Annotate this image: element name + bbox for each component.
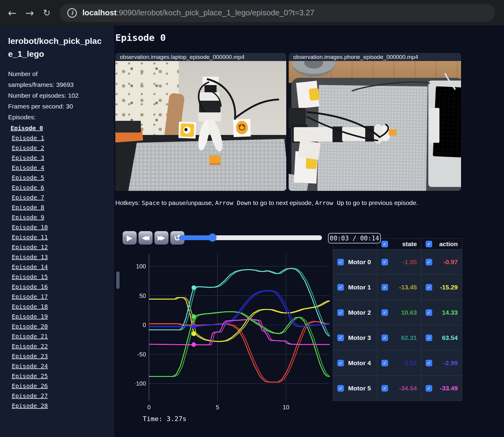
episode-link[interactable]: Episode 10 [12,224,48,231]
episode-link-item: Episode 16 [8,282,114,292]
hotkey-text: to pause/unpause, [160,199,215,206]
back-icon[interactable]: ← [8,8,17,18]
action-checkbox[interactable]: ✓ [426,385,432,392]
play-button[interactable]: ▶ [123,231,137,245]
episode-link[interactable]: Episode 24 [12,362,48,370]
action-select-all-checkbox[interactable]: ✓ [426,241,432,247]
motor-action-cell: ✓14.33 [421,300,462,325]
episode-link[interactable]: Episode 22 [12,343,48,350]
motor-checkbox[interactable]: ✓ [337,360,344,366]
episode-link[interactable]: Episode 17 [12,293,48,300]
episode-link[interactable]: Episode 5 [12,174,44,181]
episode-list: Episode 0Episode 1Episode 2Episode 3Epis… [8,123,114,411]
episode-link[interactable]: Episode 16 [12,283,48,290]
episode-link[interactable]: Episode 25 [12,372,48,380]
action-checkbox[interactable]: ✓ [426,284,432,291]
action-checkbox[interactable]: ✓ [426,335,432,341]
motor-checkbox[interactable]: ✓ [337,259,344,265]
site-info-icon[interactable]: i [67,8,77,18]
motor-action-value: 14.33 [442,309,458,316]
episode-link[interactable]: Episode 19 [12,313,48,320]
seek-slider-fill [179,235,212,240]
motor-action-value: -15.29 [440,284,458,291]
episode-link[interactable]: Episode 11 [12,234,48,241]
motor-checkbox[interactable]: ✓ [337,385,344,392]
fast-forward-button[interactable]: ▶▶ [154,231,169,245]
episode-link-item: Episode 17 [8,292,114,301]
episode-link[interactable]: Episode 9 [12,214,44,221]
video-title-laptop: observation.images.laptop_episode_000000… [115,53,286,61]
reload-icon[interactable]: ↻ [43,8,50,17]
hotkey-key: Arrow Down [215,199,251,206]
table-header-action: ✓action [421,239,462,249]
forward-icon[interactable]: → [26,8,34,18]
episode-link-item: Episode 23 [8,351,114,361]
episode-link-item: Episode 6 [8,182,114,192]
motor-row-label-cell: ✓Motor 2 [333,300,377,325]
state-checkbox[interactable]: ✓ [381,385,388,392]
state-checkbox[interactable]: ✓ [381,284,388,291]
episode-link-item: Episode 12 [8,242,114,252]
episode-link[interactable]: Episode 7 [12,194,44,201]
scrollbar-thumb[interactable] [116,271,120,289]
address-bar[interactable]: i localhost:9090/lerobot/koch_pick_place… [59,4,495,22]
motor-label: Motor 5 [348,385,371,392]
episode-link-item: Episode 7 [8,192,114,202]
episode-link[interactable]: Episode 18 [12,303,48,310]
episode-link[interactable]: Episode 28 [12,402,48,409]
seek-slider-thumb[interactable] [208,234,217,242]
motor-row-label-cell: ✓Motor 4 [333,350,377,376]
seek-slider[interactable] [179,235,322,240]
episode-link[interactable]: Episode 6 [12,184,44,191]
motor-label: Motor 2 [348,309,371,316]
main-content: Episode 0 observation.images.laptop_epis… [114,26,504,437]
episode-link[interactable]: Episode 13 [12,253,48,261]
episode-link-item: Episode 24 [8,361,114,371]
action-checkbox[interactable]: ✓ [426,309,432,316]
episode-link[interactable]: Episode 12 [12,243,48,251]
episode-link-item: Episode 22 [8,341,114,351]
episode-link[interactable]: Episode 4 [12,164,44,171]
video-laptop[interactable] [115,61,286,191]
state-checkbox[interactable]: ✓ [381,360,388,366]
url-text: localhost:9090/lerobot/koch_pick_place_1… [82,8,314,17]
rewind-button[interactable]: ◀◀ [138,231,153,245]
episode-link-item: Episode 4 [8,163,114,173]
motor-row-label-cell: ✓Motor 3 [333,325,377,350]
action-checkbox[interactable]: ✓ [426,259,432,265]
episode-link[interactable]: Episode 8 [12,204,44,211]
episode-link[interactable]: Episode 26 [12,382,48,390]
hotkey-text: Hotkeys: [115,199,142,206]
state-checkbox[interactable]: ✓ [381,309,388,316]
episode-link[interactable]: Episode 0 [11,124,43,132]
state-checkbox[interactable]: ✓ [381,335,388,341]
svg-text:0: 0 [143,322,146,328]
episode-link[interactable]: Episode 1 [12,134,44,142]
video-phone[interactable] [289,61,461,191]
episode-link[interactable]: Episode 23 [12,353,48,360]
episode-link[interactable]: Episode 21 [12,333,48,340]
motor-row-label-cell: ✓Motor 5 [333,376,377,401]
episode-link[interactable]: Episode 27 [12,392,48,399]
episode-link-item: Episode 20 [8,321,114,331]
chart-time-label: Time: 3.27s [143,415,187,423]
episode-link[interactable]: Episode 15 [12,273,48,280]
stat-samples: Number of samples/frames: 39693 [8,69,84,90]
motor-row-label-cell: ✓Motor 1 [333,275,377,300]
video-panel-phone: observation.images.phone_episode_000000.… [289,53,461,191]
episode-link[interactable]: Episode 14 [12,263,48,270]
motor-checkbox[interactable]: ✓ [337,309,344,316]
episode-link[interactable]: Episode 2 [12,144,44,151]
episode-link-item: Episode 15 [8,272,114,282]
motor-checkbox[interactable]: ✓ [337,284,344,291]
episode-link-item: Episode 28 [8,401,114,411]
video-panel-laptop: observation.images.laptop_episode_000000… [115,53,286,191]
episode-link[interactable]: Episode 3 [12,154,44,161]
episode-link[interactable]: Episode 20 [12,323,48,330]
state-select-all-checkbox[interactable]: ✓ [381,241,388,247]
motor-checkbox[interactable]: ✓ [337,335,344,341]
action-checkbox[interactable]: ✓ [426,360,432,366]
browser-toolbar: ← → ↻ i localhost:9090/lerobot/koch_pick… [0,0,504,26]
state-checkbox[interactable]: ✓ [381,259,388,265]
motor-state-cell: ✓62.31 [377,325,421,350]
